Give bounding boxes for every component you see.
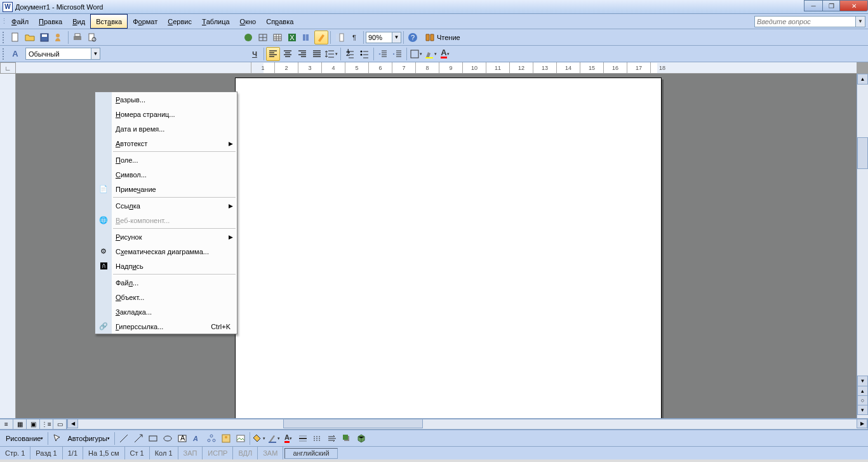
wordart-button[interactable]: A (190, 431, 204, 445)
menu-формат[interactable]: Формат (128, 14, 163, 29)
highlight-button[interactable]: ▾ (424, 47, 437, 61)
status-ext[interactable]: ВДЛ (233, 447, 258, 459)
font-color-draw-button[interactable]: A▾ (281, 431, 295, 445)
status-ovr[interactable]: ЗАМ (258, 447, 283, 459)
normal-view-button[interactable]: ≡ (0, 419, 13, 430)
menu-файл[interactable]: Файл (6, 14, 34, 29)
clipart-button[interactable] (219, 431, 233, 445)
print-preview-button[interactable] (85, 31, 99, 44)
line-button[interactable] (117, 431, 131, 445)
menu-item-разрыв[interactable]: Разрыв... (95, 92, 237, 107)
menu-item-рисунок[interactable]: Рисунок▶ (95, 229, 237, 244)
horizontal-ruler[interactable]: 123456789101112131415161718 (16, 62, 857, 74)
menu-окно[interactable]: Окно (235, 14, 262, 29)
bulleted-list-button[interactable] (357, 47, 371, 61)
menu-item-примечание[interactable]: 📄Примечание (95, 182, 237, 196)
borders-button[interactable]: ▾ (409, 47, 423, 61)
web-view-button[interactable]: ▦ (13, 419, 27, 430)
browse-object-button[interactable]: ○ (857, 395, 868, 405)
toolbar-grip[interactable] (3, 48, 6, 60)
autoshapes-button[interactable]: Автофигуры ▾ (65, 431, 112, 445)
vertical-scrollbar[interactable]: ▲ ▼ ▴ ○ ▾ (857, 74, 868, 418)
scroll-up-button[interactable]: ▲ (857, 74, 868, 85)
font-color-button[interactable]: A▾ (438, 47, 452, 61)
drawing-toggle-button[interactable] (314, 31, 328, 44)
minimize-button[interactable]: ─ (804, 0, 823, 11)
hyperlink-button[interactable] (241, 31, 255, 44)
hscroll-thumb[interactable] (283, 419, 423, 428)
restore-button[interactable]: ❐ (822, 0, 840, 11)
menu-item-гиперссылка[interactable]: 🔗Гиперссылка...Ctrl+K (95, 319, 237, 334)
horizontal-scrollbar[interactable]: ◀ ▶ (67, 419, 868, 430)
prev-page-button[interactable]: ▴ (857, 386, 868, 396)
menu-item-автотекст[interactable]: Автотекст▶ (95, 136, 237, 151)
tab-selector[interactable]: ∟ (0, 62, 16, 74)
menu-item-объект[interactable]: Объект... (95, 290, 237, 304)
insert-table-button[interactable] (270, 31, 284, 44)
new-button[interactable] (8, 31, 22, 44)
help-button[interactable]: ? (406, 31, 420, 44)
document-page[interactable] (235, 78, 662, 418)
print-button[interactable] (70, 31, 84, 44)
status-trk[interactable]: ИСПР (203, 447, 233, 459)
menu-item-надпись[interactable]: 🅰Надпись (95, 259, 237, 273)
help-search-dropdown[interactable]: ▼ (856, 16, 865, 27)
toolbar-grip[interactable]: ⋮ (1, 14, 6, 29)
picture-button[interactable] (234, 431, 248, 445)
fill-color-button[interactable]: ▾ (252, 431, 266, 445)
menu-item-дата-и-время[interactable]: Дата и время... (95, 121, 237, 136)
scroll-thumb[interactable] (857, 137, 868, 169)
shadow-button[interactable] (340, 431, 354, 445)
outline-view-button[interactable]: ⋮≡ (39, 419, 53, 430)
menu-сервис[interactable]: Сервис (163, 14, 197, 29)
menu-item-ссылка[interactable]: Ссылка▶ (95, 198, 237, 213)
menu-item-номера-страниц[interactable]: Номера страниц... (95, 107, 237, 121)
reading-layout-button[interactable]: Чтение (420, 31, 465, 44)
scroll-left-button[interactable]: ◀ (67, 419, 78, 428)
menu-item-символ[interactable]: Символ... (95, 167, 237, 182)
textbox-button[interactable]: A (175, 431, 189, 445)
vertical-ruler[interactable]: ∟ (0, 74, 16, 418)
help-search-input[interactable] (754, 16, 856, 27)
align-right-button[interactable] (295, 47, 309, 61)
menu-таблица[interactable]: Таблица (197, 14, 235, 29)
rectangle-button[interactable] (146, 431, 160, 445)
select-objects-button[interactable] (50, 431, 64, 445)
line-style-button[interactable] (296, 431, 310, 445)
diagram-button[interactable] (204, 431, 218, 445)
underline-button[interactable]: Ч (248, 47, 262, 61)
align-justify-button[interactable] (310, 47, 324, 61)
status-language[interactable]: английский (284, 448, 337, 459)
align-center-button[interactable] (281, 47, 295, 61)
scroll-down-button[interactable]: ▼ (857, 376, 868, 386)
menu-item-закладка[interactable]: Закладка... (95, 304, 237, 319)
line-spacing-button[interactable]: ▾ (324, 47, 338, 61)
save-button[interactable] (37, 31, 51, 44)
dash-style-button[interactable] (310, 431, 324, 445)
style-dropdown[interactable]: ▼ (91, 48, 100, 60)
tables-borders-button[interactable] (256, 31, 270, 44)
arrow-style-button[interactable] (325, 431, 339, 445)
permissions-button[interactable] (52, 31, 66, 44)
increase-indent-button[interactable] (391, 47, 404, 61)
menu-правка[interactable]: Правка (34, 14, 67, 29)
show-marks-button[interactable]: ¶ (347, 31, 361, 44)
status-rec[interactable]: ЗАП (178, 447, 203, 459)
excel-button[interactable]: X (285, 31, 299, 44)
oval-button[interactable] (161, 431, 175, 445)
columns-button[interactable] (300, 31, 314, 44)
align-left-button[interactable] (266, 47, 280, 61)
drawing-menu-button[interactable]: Рисование ▾ (3, 431, 46, 445)
menu-вид[interactable]: Вид (67, 14, 90, 29)
scroll-right-button[interactable]: ▶ (857, 419, 867, 428)
next-page-button[interactable]: ▾ (857, 405, 868, 415)
numbered-list-button[interactable]: 12 (343, 47, 357, 61)
toolbar-grip[interactable] (3, 32, 6, 43)
menu-item-схематическая-диаграмма[interactable]: ⚙Схематическая диаграмма... (95, 244, 237, 259)
menu-item-поле[interactable]: Поле... (95, 153, 237, 167)
line-color-button[interactable]: ▾ (267, 431, 281, 445)
zoom-input[interactable] (366, 32, 392, 43)
open-button[interactable] (23, 31, 37, 44)
zoom-dropdown[interactable]: ▼ (392, 32, 401, 43)
doc-map-button[interactable] (333, 31, 347, 44)
